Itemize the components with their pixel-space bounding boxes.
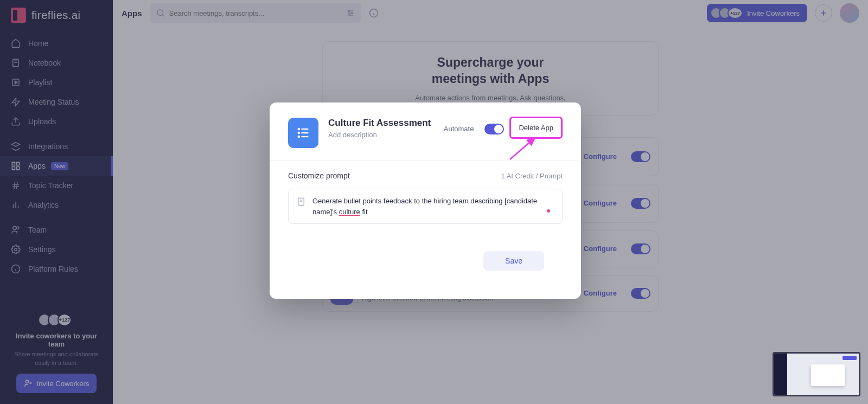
modal-subtitle[interactable]: Add description <box>328 131 431 139</box>
modal-title: Culture Fit Assessment <box>328 118 431 129</box>
list-icon <box>288 118 318 148</box>
prompt-text: Generate bullet points feedback to the h… <box>312 196 554 217</box>
delete-app-button[interactable]: Delete App <box>509 117 563 139</box>
automate-label: Automate <box>444 125 474 133</box>
svg-point-51 <box>298 129 299 130</box>
svg-point-52 <box>298 132 299 133</box>
save-button[interactable]: Save <box>483 251 544 271</box>
credit-text: 1 AI Credit / Prompt <box>501 172 563 180</box>
prompt-input[interactable]: Generate bullet points feedback to the h… <box>288 189 563 224</box>
automate-toggle[interactable] <box>484 124 504 134</box>
svg-point-53 <box>298 136 299 137</box>
modal: Culture Fit Assessment Add description A… <box>270 102 581 299</box>
change-indicator-icon <box>547 209 550 213</box>
preview-thumbnail[interactable] <box>773 352 860 396</box>
document-icon <box>296 197 306 207</box>
customize-prompt-label: Customize prompt <box>288 171 350 180</box>
